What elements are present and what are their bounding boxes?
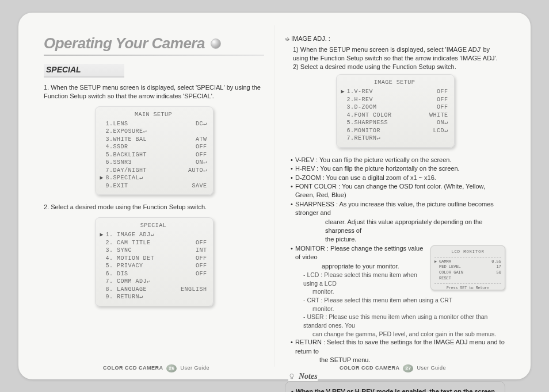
osd-row: 5.SHARPNESSON↵	[341, 119, 448, 127]
lcd-label: COLOR GAIN	[439, 270, 463, 275]
bullet-hrev: •H-REV : You can flip the picture horizo…	[291, 164, 505, 173]
lcd-row: PED LEVEL17	[434, 264, 501, 270]
bullet-return: •RETURN : Select this to save the settin…	[291, 338, 505, 356]
osd-row: 4. MOTION DETOFF	[100, 255, 207, 263]
right-page: ➭IMAGE ADJ. : 1) When the SETUP menu scr…	[274, 34, 511, 369]
osd-main-setup: MAIN SETUP 1.LENSDC↵2.EXPOSURE↵3.WHITE B…	[95, 106, 214, 195]
osd-value: AUTO↵	[188, 167, 207, 175]
osd-row: 3.D-ZOOMOFF	[341, 103, 448, 112]
osd-title: MAIN SETUP	[100, 112, 207, 118]
footer-guide: User Guide	[417, 365, 447, 371]
lcd-arrow-icon: ▶	[434, 259, 439, 265]
feature-bullets: •V-REV : You can flip the picture vertic…	[291, 156, 505, 365]
footer-product: COLOR CCD CAMERA	[103, 365, 163, 371]
lcd-row: RESET	[434, 276, 501, 282]
osd-row: 4.FONT COLORWHITE	[341, 112, 448, 120]
osd-arrow-icon: ▶	[100, 174, 106, 182]
bullet-dzoom: •D-ZOOM : You can use a digital zoom of …	[291, 174, 505, 182]
osd-label: 3.WHITE BAL	[106, 136, 196, 144]
osd-label: 4.FONT COLOR	[347, 112, 429, 120]
chapter-underline	[44, 55, 264, 56]
osd-label: 8.SPECIAL↵	[106, 174, 207, 182]
osd-value: OFF	[196, 239, 207, 247]
arrow-bullet-icon: ➭	[285, 36, 289, 42]
osd-rows: 1.LENSDC↵2.EXPOSURE↵3.WHITE BALATW4.SSDR…	[100, 120, 207, 190]
lcd-press-text: Press SET to Return	[434, 283, 501, 291]
lcd-title: LCD MONITOR	[434, 249, 501, 258]
osd-row: 2. CAM TITLEOFF	[100, 239, 207, 247]
right-step2: 2) Select a desired mode using the Funct…	[293, 63, 505, 71]
osd-row: 6.SSNR3ON↵	[100, 159, 207, 167]
chapter-title-text: Operating Your Camera	[44, 34, 205, 52]
osd-label: 6.MONITOR	[347, 127, 433, 135]
osd-label: 2.H-REV	[347, 96, 437, 104]
notes-section: Notes •When the V-REV or H-REV mode is e…	[285, 371, 505, 392]
osd-label: 4.SSDR	[106, 143, 196, 151]
osd-row: 7. COMM ADJ↵	[100, 278, 207, 286]
osd-row: 7.DAY/NIGHTAUTO↵	[100, 167, 207, 175]
step-2-text: 2. Select a desired mode using the Funct…	[44, 203, 264, 212]
osd-image-setup: IMAGE SETUP ▶1.V-REVOFF2.H-REVOFF3.D-ZOO…	[336, 74, 455, 148]
osd-label: 3. SYNC	[106, 247, 196, 255]
note-1: •When the V-REV or H-REV mode is enabled…	[291, 387, 499, 392]
bullet-sharp-cont: clearer. Adjust this value appropriately…	[325, 218, 505, 236]
bullet-monitor: •MONITOR : Please change the settings va…	[291, 244, 426, 262]
osd-label: 2. CAM TITLE	[106, 239, 196, 247]
osd-row: ▶1. IMAGE ADJ↵	[100, 231, 207, 239]
notes-box: •When the V-REV or H-REV mode is enabled…	[285, 381, 505, 392]
right-step1: 1) When the SETUP menu screen is display…	[293, 45, 505, 63]
lcd-row: ▶GAMMA0.55	[434, 259, 501, 265]
lcd-monitor-box: LCD MONITOR ▶GAMMA0.55PED LEVEL17COLOR G…	[430, 245, 505, 290]
sub-crt: - CRT : Please select this menu item whe…	[303, 296, 505, 305]
sub-crt-cont: monitor.	[312, 305, 505, 313]
osd-row: 4.SSDROFF	[100, 143, 207, 151]
page-spread: Operating Your Camera SPECIAL 1. When th…	[18, 13, 531, 379]
osd-value: OFF	[196, 255, 207, 263]
osd-row: 9.EXITSAVE	[100, 182, 207, 190]
osd-rows: ▶1. IMAGE ADJ↵2. CAM TITLEOFF3. SYNCINT4…	[100, 231, 207, 301]
osd-row: 6. DISOFF	[100, 270, 207, 278]
osd-label: 8. LANGUAGE	[106, 286, 181, 294]
osd-value: OFF	[437, 103, 448, 112]
osd-row: 6.MONITORLCD↵	[341, 127, 448, 135]
osd-label: 7.DAY/NIGHT	[106, 167, 188, 175]
osd-value: OFF	[196, 143, 207, 151]
osd-arrow-icon: ▶	[100, 231, 106, 239]
step-1-text: 1. When the SETUP menu screen is display…	[44, 83, 264, 101]
osd-value: WHITE	[429, 112, 448, 120]
osd-label: 1. IMAGE ADJ↵	[106, 231, 207, 239]
image-adj-heading: ➭IMAGE ADJ. :	[285, 34, 505, 43]
image-adj-label: IMAGE ADJ. :	[291, 35, 330, 42]
lcd-label: RESET	[439, 276, 451, 280]
osd-row: 5. PRIVACYOFF	[100, 262, 207, 270]
page-number: 27	[403, 364, 413, 372]
osd-title: IMAGE SETUP	[341, 79, 448, 86]
sub-user: - USER : Please use this menu item when …	[303, 313, 505, 329]
osd-row: ▶1.V-REVOFF	[341, 88, 448, 96]
sub-user-cont: can change the gamma, PED level, and col…	[312, 330, 505, 339]
osd-row: 2.H-REVOFF	[341, 96, 448, 104]
osd-row: ▶8.SPECIAL↵	[100, 174, 207, 182]
page-number: 26	[166, 364, 177, 372]
osd-label: 6. DIS	[106, 270, 196, 278]
osd-special: SPECIAL ▶1. IMAGE ADJ↵2. CAM TITLEOFF3. …	[95, 217, 214, 306]
osd-label: 1.V-REV	[347, 88, 437, 96]
osd-row: 8. LANGUAGEENGLISH	[100, 286, 207, 294]
lcd-value: 17	[497, 264, 501, 270]
osd-value: OFF	[437, 88, 448, 96]
osd-value: OFF	[196, 262, 207, 270]
osd-value: INT	[196, 247, 207, 255]
lcd-value: 0.55	[491, 259, 501, 265]
footer-left: COLOR CCD CAMERA 26 User Guide	[38, 364, 274, 372]
footer-product: COLOR CCD CAMERA	[340, 365, 400, 371]
footer-guide: User Guide	[181, 365, 210, 371]
osd-title: SPECIAL	[100, 222, 207, 229]
osd-label: 2.EXPOSURE↵	[106, 128, 207, 136]
osd-row: 7.RETURN↵	[341, 134, 448, 143]
osd-label: 7.RETURN↵	[347, 134, 448, 143]
left-page: Operating Your Camera SPECIAL 1. When th…	[38, 34, 274, 369]
osd-value: ON↵	[437, 119, 448, 127]
osd-label: 4. MOTION DET	[106, 255, 196, 263]
osd-label: 5.SHARPNESS	[347, 119, 437, 127]
osd-row: 2.EXPOSURE↵	[100, 128, 207, 136]
